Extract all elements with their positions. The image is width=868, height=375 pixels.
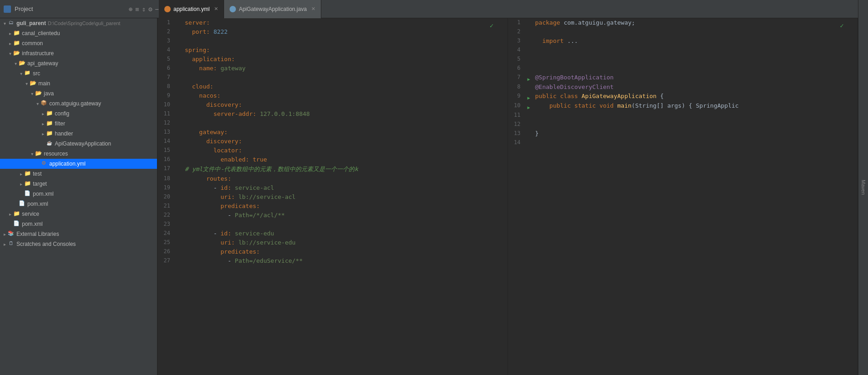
arrow-scratches (2, 242, 7, 247)
yml-tab-close[interactable]: ✕ (214, 6, 218, 12)
label-pom-gw: pom.xml (27, 201, 48, 207)
yaml-line-9: 9 nacos: (157, 91, 507, 100)
java-line-2: 2 (508, 27, 858, 36)
yaml-line-3: 3 (157, 36, 507, 46)
tree-item-api-gateway[interactable]: api_gateway (0, 58, 157, 68)
arrow-java (29, 91, 35, 96)
tree-item-scratches[interactable]: 🗒 Scratches and Consoles (0, 239, 157, 249)
folder-icon-infra (13, 50, 20, 57)
folder-icon-api-gateway (18, 60, 26, 67)
minimize-icon[interactable]: − (155, 5, 159, 13)
xml-file-icon-gw (18, 200, 26, 208)
tab-yaml[interactable]: application.yml ✕ (159, 0, 224, 18)
project-title: Project (15, 5, 33, 12)
java-line-5: 5 (508, 55, 858, 64)
yaml-line-27: 27 - Path=/eduService/** (157, 256, 507, 266)
label-main: main (38, 80, 50, 87)
yaml-line-7: 7 (157, 73, 507, 82)
label-scratches: Scratches and Consoles (16, 241, 76, 247)
main-area: 🗂 guli_parent D:\Code\SpringCode\guli_pa… (0, 18, 868, 375)
xml-file-icon-infra (24, 190, 31, 198)
path-guli-parent: D:\Code\SpringCode\guli_parent (48, 21, 120, 26)
yaml-code-area[interactable]: ✓ 1 server: 2 port: 8222 (157, 18, 507, 375)
run-icon-10[interactable]: ▶ (527, 105, 530, 110)
tree-item-target[interactable]: target (0, 179, 157, 189)
locate-icon[interactable]: ⊕ (129, 5, 132, 13)
java-line-12: 12 (508, 120, 858, 129)
arrow-config (40, 111, 46, 116)
label-guli-parent: guli_parent (16, 20, 46, 26)
java-file-icon (46, 140, 53, 147)
label-config: config (55, 110, 69, 117)
java-line-14: 14 (508, 138, 858, 147)
xml-file-icon-root (13, 220, 20, 228)
yaml-line-4: 4 spring: (157, 46, 507, 55)
folder-icon-filter (46, 120, 53, 127)
yaml-line-5: 5 application: (157, 55, 507, 64)
tree-item-service[interactable]: service (0, 209, 157, 219)
tree-item-pom-gw[interactable]: pom.xml (0, 199, 157, 209)
yaml-line-21: 21 predicates: (157, 202, 507, 211)
folder-icon-handler (46, 130, 53, 137)
arrow-guli-parent (2, 21, 7, 26)
tree-item-apigatewayapp[interactable]: ApiGatewayApplication (0, 139, 157, 149)
file-tree-sidebar: 🗂 guli_parent D:\Code\SpringCode\guli_pa… (0, 18, 157, 375)
tree-item-guli-parent[interactable]: 🗂 guli_parent D:\Code\SpringCode\guli_pa… (0, 18, 157, 28)
yaml-line-24: 24 - id: service-edu (157, 229, 507, 238)
label-resources: resources (44, 151, 68, 157)
tree-item-test[interactable]: test (0, 169, 157, 179)
tab-java[interactable]: ApiGatewayApplication.java ✕ (224, 0, 321, 18)
settings-icon[interactable]: ⚙ (148, 5, 152, 13)
yml-file-icon (40, 160, 47, 167)
label-target: target (33, 181, 47, 187)
tree-item-src[interactable]: 📁 src (0, 68, 157, 78)
tree-item-resources[interactable]: resources (0, 149, 157, 159)
maven-sidebar[interactable]: Maven (858, 0, 868, 375)
arrow-service (7, 212, 13, 217)
java-tab-close[interactable]: ✕ (311, 6, 315, 12)
tree-item-application-yml[interactable]: application.yml (0, 159, 157, 169)
tree-item-config[interactable]: config (0, 109, 157, 119)
arrow-common (7, 41, 13, 46)
run-icon-9[interactable]: ▶ (527, 95, 530, 100)
run-icon-7[interactable]: ▶ (527, 77, 530, 82)
tree-item-main[interactable]: main (0, 78, 157, 89)
label-external-libs: External Libraries (16, 231, 59, 237)
yaml-line-26: 26 predicates: (157, 247, 507, 256)
label-service: service (22, 211, 39, 217)
label-java: java (44, 90, 54, 97)
yaml-line-11: 11 server-addr: 127.0.0.1:8848 (157, 109, 507, 119)
tree-item-handler[interactable]: handler (0, 129, 157, 139)
yaml-line-10: 10 discovery: (157, 100, 507, 109)
yaml-line-8: 8 cloud: (157, 82, 507, 91)
expand-icon[interactable]: ≡ (135, 5, 139, 13)
tree-item-java[interactable]: java (0, 89, 157, 99)
tree-item-pom-root[interactable]: pom.xml (0, 219, 157, 229)
tree-item-external-libs[interactable]: External Libraries (0, 229, 157, 239)
yaml-line-18: 18 routes: (157, 174, 507, 183)
yaml-line-22: 22 - Path=/*/acl/** (157, 211, 507, 220)
collapse-icon[interactable]: ⇕ (142, 5, 146, 13)
tree-item-infrastructure[interactable]: infrastructure (0, 48, 157, 58)
tree-item-common[interactable]: common (0, 38, 157, 48)
java-code-area[interactable]: ✓ 1 package com.atguigu.gateway; 2 (508, 18, 858, 375)
yml-tab-label: application.yml (173, 6, 209, 12)
arrow-test (18, 172, 24, 177)
folder-icon-test (24, 170, 31, 177)
editors-area: ✓ 1 server: 2 port: 8222 (157, 18, 868, 375)
tree-item-pom-infra[interactable]: pom.xml (0, 189, 157, 199)
tree-item-package[interactable]: 📦 com.atguigu.gateway (0, 99, 157, 109)
java-line-8: 8 @EnableDiscoveryClient (508, 83, 858, 92)
yaml-line-25: 25 uri: lb://service-edu (157, 238, 507, 247)
folder-icon-canal (13, 30, 20, 37)
folder-icon-java (35, 90, 42, 97)
project-icon (4, 5, 11, 13)
yaml-line-15: 15 locator: (157, 146, 507, 155)
tree-item-canal[interactable]: canal_clientedu (0, 28, 157, 38)
arrow-target (18, 182, 24, 187)
label-filter: filter (55, 120, 65, 127)
tree-item-filter[interactable]: filter (0, 119, 157, 129)
folder-icon-guli-parent: 🗂 (7, 20, 15, 27)
folder-icon-config (46, 110, 53, 117)
java-line-7: 7 ▶ @SpringBootApplication (508, 73, 858, 83)
